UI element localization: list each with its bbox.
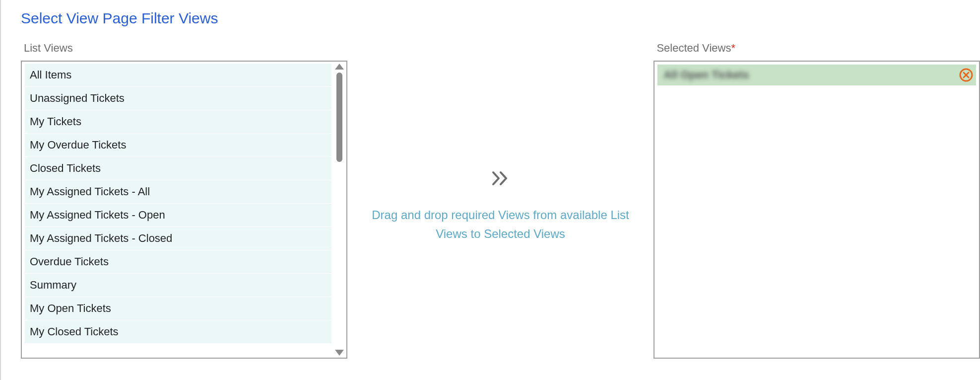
list-item[interactable]: My Open Tickets [25,297,331,320]
scroll-thumb[interactable] [336,73,342,162]
list-views-label: List Views [24,42,73,55]
selected-views-label: Selected Views* [656,42,735,55]
list-item[interactable]: My Tickets [25,110,331,134]
list-item[interactable]: Unassigned Tickets [25,87,331,110]
list-item[interactable]: My Overdue Tickets [25,134,331,157]
double-chevron-right-icon [492,171,510,186]
close-circle-icon[interactable] [959,68,973,82]
list-views-box[interactable]: All ItemsUnassigned TicketsMy TicketsMy … [21,61,347,359]
selected-views-box[interactable]: All Open Tickets [653,61,980,359]
required-marker: * [731,42,735,54]
list-item[interactable]: My Assigned Tickets - All [25,180,331,204]
triangle-up-icon[interactable] [335,64,344,70]
list-item[interactable]: My Assigned Tickets - Open [25,204,331,227]
list-item[interactable]: Overdue Tickets [25,250,331,274]
list-item[interactable]: My Assigned Tickets - Closed [25,227,331,250]
list-item[interactable]: All Items [25,64,331,87]
selected-item-label: All Open Tickets [663,69,749,81]
list-item[interactable]: Closed Tickets [25,157,331,180]
drag-drop-hint: Drag and drop required Views from availa… [372,206,630,244]
list-item[interactable]: My Closed Tickets [25,320,331,343]
selected-item[interactable]: All Open Tickets [657,65,976,85]
page-title: Select View Page Filter Views [21,10,980,27]
list-item[interactable]: Summary [25,274,331,297]
scrollbar[interactable] [334,64,344,356]
triangle-down-icon[interactable] [335,350,344,356]
